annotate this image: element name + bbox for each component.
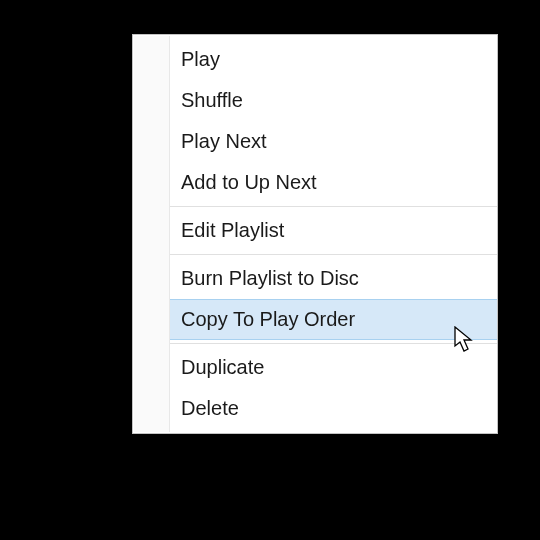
menu-item-play-next[interactable]: Play Next bbox=[133, 121, 497, 162]
menu-item-delete[interactable]: Delete bbox=[133, 388, 497, 429]
menu-item-shuffle[interactable]: Shuffle bbox=[133, 80, 497, 121]
menu-separator bbox=[170, 343, 497, 344]
menu-item-play[interactable]: Play bbox=[133, 39, 497, 80]
menu-item-duplicate[interactable]: Duplicate bbox=[133, 347, 497, 388]
menu-item-edit-playlist[interactable]: Edit Playlist bbox=[133, 210, 497, 251]
menu-separator bbox=[170, 206, 497, 207]
menu-item-add-to-up-next[interactable]: Add to Up Next bbox=[133, 162, 497, 203]
menu-separator bbox=[170, 254, 497, 255]
context-menu: Play Shuffle Play Next Add to Up Next Ed… bbox=[132, 34, 498, 434]
menu-item-copy-to-play-order[interactable]: Copy To Play Order bbox=[170, 299, 497, 340]
menu-item-burn-playlist-to-disc[interactable]: Burn Playlist to Disc bbox=[133, 258, 497, 299]
